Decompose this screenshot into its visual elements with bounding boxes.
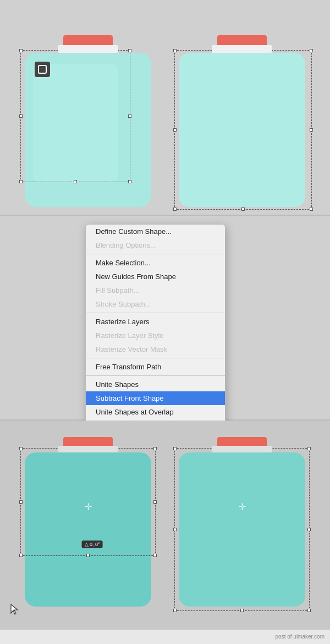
left-jar-container <box>25 35 151 207</box>
menu-sep-4 <box>86 375 225 376</box>
handle-mr <box>310 128 313 132</box>
handle-tr <box>128 49 131 52</box>
menu-item-unite-shapes-at-overlap[interactable]: Unite Shapes at Overlap <box>86 405 225 419</box>
cursor-arrow-icon <box>10 603 21 614</box>
handle-mr <box>307 528 311 531</box>
handle-mr <box>128 114 131 118</box>
handle-tr <box>310 49 313 52</box>
menu-item-unite-shapes[interactable]: Unite Shapes <box>86 378 225 391</box>
handle-br <box>153 554 157 557</box>
menu-sep-2 <box>86 313 225 313</box>
left-jar-lid-wrapper <box>58 35 118 53</box>
handle-tr <box>153 447 157 450</box>
bottom-left-jar-wrapper: ✛ △ 0, 0° <box>25 437 151 607</box>
bottom-left-lid-inner <box>58 446 118 452</box>
transform-icon-inner <box>38 65 47 74</box>
menu-item-blending-options: Blending Options... <box>86 238 225 252</box>
bottom-right-lid-inner <box>212 446 272 452</box>
menu-sep-1 <box>86 254 225 254</box>
bottom-left-jar-body: ✛ △ 0, 0° <box>25 452 151 607</box>
right-jar-lid-wrapper <box>212 35 272 53</box>
handle-br <box>128 180 131 183</box>
bottom-right-jar-wrapper: ✛ <box>179 437 305 607</box>
menu-item-new-guides[interactable]: New Guides From Shape <box>86 270 225 283</box>
handle-bl <box>173 609 177 612</box>
menu-item-make-selection[interactable]: Make Selection... <box>86 256 225 270</box>
right-jar-body <box>179 53 305 207</box>
handle-bl <box>173 208 177 211</box>
left-jar-inner-highlight <box>33 64 118 182</box>
menu-item-define-custom-shape[interactable]: Define Custom Shape... <box>86 225 225 238</box>
handle-tl <box>173 447 177 450</box>
handle-bl <box>19 180 23 183</box>
bottom-right-selection-box <box>174 448 310 611</box>
handle-bl <box>19 554 23 557</box>
handle-br <box>307 609 311 612</box>
right-jar-selection-box <box>174 50 312 210</box>
move-icon: ✛ <box>84 502 92 511</box>
menu-item-subtract-front-shape[interactable]: Subtract Front Shape <box>86 391 225 405</box>
handle-tl <box>19 49 23 52</box>
handle-ml <box>19 500 23 504</box>
left-jar-lid-outer <box>63 35 113 45</box>
coords-badge: △ 0, 0° <box>82 541 103 548</box>
handle-ml <box>173 128 177 132</box>
handle-bm <box>241 208 245 211</box>
left-jar-lid-inner <box>58 45 118 53</box>
handle-br <box>310 208 313 211</box>
bottom-canvas-section: ✛ △ 0, 0° ✛ <box>0 421 330 630</box>
right-move-icon: ✛ <box>238 502 246 511</box>
handle-bm <box>240 609 244 612</box>
bottom-right-lid-outer <box>217 437 267 446</box>
handle-mr <box>153 500 157 504</box>
watermark-bottom: post of uimaker.com <box>276 634 324 640</box>
right-jar-lid-inner <box>212 45 272 53</box>
bottom-right-jar-body: ✛ <box>179 452 305 607</box>
right-jar-lid-outer <box>217 35 267 45</box>
context-menu-section: Define Custom Shape... Blending Options.… <box>0 216 330 419</box>
bottom-left-lid-outer <box>63 437 113 446</box>
handle-tr <box>307 447 311 450</box>
handle-ml <box>173 528 177 531</box>
menu-item-rasterize-vector-mask: Rasterize Vector Mask <box>86 342 225 356</box>
menu-item-free-transform-path[interactable]: Free Transform Path <box>86 360 225 374</box>
bottom-left-lid-wrapper <box>58 437 118 452</box>
transform-icon <box>35 62 50 77</box>
menu-item-stroke-subpath: Stroke Subpath... <box>86 297 225 311</box>
right-jar-container <box>179 35 305 207</box>
handle-tl <box>173 49 177 52</box>
handle-bm <box>86 554 90 557</box>
handle-ml <box>19 114 23 118</box>
bottom-right-lid-wrapper <box>212 437 272 452</box>
top-canvas-section <box>0 0 330 215</box>
menu-item-rasterize-layer-style: Rasterize Layer Style <box>86 329 225 342</box>
menu-sep-3 <box>86 358 225 358</box>
menu-item-rasterize-layers[interactable]: Rasterize Layers <box>86 315 225 329</box>
menu-item-fill-subpath: Fill Subpath... <box>86 283 225 297</box>
handle-tl <box>19 447 23 450</box>
